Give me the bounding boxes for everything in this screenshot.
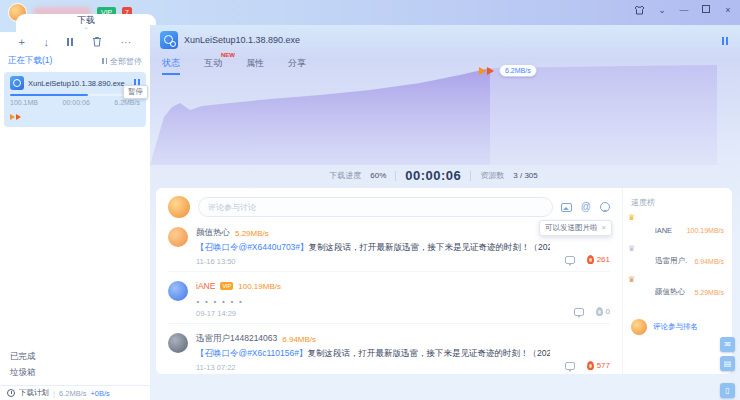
task-elapsed: 00:00:06: [63, 99, 90, 106]
leaderboard-entry[interactable]: ♛ 迅雷用户… 6.94MB/s: [631, 252, 724, 270]
comment-input[interactable]: [198, 197, 553, 217]
comment-item: iANE VIP 100.19MB/s 。。。。。。 09-17 14:29 0: [168, 272, 610, 324]
commenter-speed: 5.29MB/s: [235, 229, 269, 238]
comment-input-row: @ 可以发送图片啦 ×: [168, 196, 610, 218]
leaderboard-entry[interactable]: ♛ 颜值热心 5.29MB/s: [631, 283, 724, 301]
pause-tooltip: 暂停: [123, 85, 148, 99]
progress-value: 60%: [370, 171, 386, 180]
commenter-name[interactable]: 颜值热心: [196, 227, 230, 239]
like-button[interactable]: 0: [596, 307, 610, 316]
download-stats: 下载进度 60% 00:00:06 资源数 3 / 305: [150, 168, 717, 183]
status-delta: +0B/s: [90, 389, 109, 398]
flame-icon: [587, 255, 594, 264]
task-speed: 6.2MB/s: [114, 99, 140, 106]
more-options-icon[interactable]: ···: [120, 37, 131, 48]
task-progress-bar: [10, 94, 140, 96]
commenter-name[interactable]: iANE: [196, 281, 215, 291]
chart-area-downloaded: [150, 68, 490, 165]
comment-text: 【召唤口令@#X6440u703#】复制这段话，打开最新版迅雷，接下来是见证奇迹…: [196, 242, 550, 253]
commenter-avatar[interactable]: [168, 281, 188, 301]
gift-float-button[interactable]: ▤: [720, 356, 735, 371]
file-icon: [10, 76, 24, 90]
leaderboard-entry[interactable]: ♛ iANE 100.19MB/s: [631, 221, 724, 239]
detail-file-icon: [160, 31, 178, 49]
marker-speed-label: 6.2MB/s: [499, 64, 537, 77]
comment-text: 【召唤口令@#X6c110156#】复制这段话，打开最新版迅雷，接下来是见证奇迹…: [196, 348, 550, 359]
flame-icon: [596, 307, 603, 316]
join-ranking-link[interactable]: 评论参与排名: [653, 322, 698, 332]
detail-header: XunLeiSetup10.1.38.890.exe: [150, 25, 740, 49]
task-filename: XunLeiSetup10.1.38.890.exe: [28, 79, 130, 88]
new-badge: NEW: [221, 52, 235, 58]
comment-item: 迅雷用户1448214063 6.94MB/s 【召唤口令@#X6c110156…: [168, 324, 610, 374]
reply-icon[interactable]: [574, 308, 584, 316]
window-controls: ⌄ — ×: [634, 3, 734, 17]
comment-input-icons: @: [561, 201, 610, 213]
marker-arrow-icon: [487, 67, 494, 75]
comments-card: @ 可以发送图片啦 × 颜值热心 5.29MB/s: [156, 188, 732, 374]
my-avatar: [168, 196, 190, 218]
marker-arrow-icon: [479, 67, 486, 75]
like-button[interactable]: 261: [587, 255, 610, 264]
status-bar: 下载计划 | 6.2MB/s +0B/s: [0, 385, 150, 400]
image-icon[interactable]: [561, 203, 572, 212]
join-ranking-row: 评论参与排名: [631, 319, 724, 335]
minimize-button[interactable]: —: [678, 3, 690, 17]
tooltip-close-icon[interactable]: ×: [602, 223, 606, 233]
comment-text: 。。。。。。: [196, 294, 550, 305]
status-label[interactable]: 下载计划: [19, 388, 49, 398]
emoji-icon[interactable]: [600, 202, 610, 212]
flame-icon: [587, 361, 594, 370]
gold-crown-icon: ♛: [628, 214, 635, 222]
commenter-avatar[interactable]: [168, 333, 188, 353]
mobile-float-button[interactable]: ▯: [720, 383, 735, 398]
sidebar-item-trash[interactable]: 垃圾箱: [10, 367, 36, 379]
like-button[interactable]: 577: [587, 361, 610, 370]
downloading-section-header: 正在下载(1) 全部暂停: [0, 53, 150, 70]
maximize-button[interactable]: [700, 3, 712, 17]
task-detail-panel: XunLeiSetup10.1.38.890.exe 状态 互动 NEW 属性 …: [150, 25, 740, 400]
sidebar-item-completed[interactable]: 已完成: [10, 351, 36, 363]
chevron-down-icon: ⌄: [83, 25, 88, 30]
start-task-icon[interactable]: ↓: [43, 37, 49, 48]
task-size: 100.1MB: [10, 99, 38, 106]
resources-label: 资源数: [480, 170, 504, 181]
image-feature-tooltip: 可以发送图片啦 ×: [539, 220, 612, 236]
pause-all-button[interactable]: 全部暂停: [102, 56, 142, 67]
elapsed-time: 00:00:06: [405, 168, 461, 183]
status-speed: 6.2MB/s: [59, 389, 87, 398]
comment-time: 11-16 13:50: [196, 257, 550, 266]
reply-icon[interactable]: [565, 256, 575, 264]
commenter-avatar[interactable]: [168, 227, 188, 247]
resources-value: 3 / 305: [513, 171, 537, 180]
add-task-icon[interactable]: +: [19, 37, 25, 48]
download-list-panel: + ↓ ··· 正在下载(1) 全部暂停 XunLeiSetup10.1.38.…: [0, 32, 150, 400]
downloading-count-label[interactable]: 正在下载(1): [8, 55, 52, 67]
task-toolbar: + ↓ ···: [0, 32, 150, 53]
mention-icon[interactable]: @: [581, 201, 591, 213]
schedule-icon[interactable]: [7, 389, 15, 397]
bronze-crown-icon: ♛: [628, 276, 635, 284]
comments-area: @ 可以发送图片啦 × 颜值热心 5.29MB/s: [156, 188, 622, 374]
detail-filename: XunLeiSetup10.1.38.890.exe: [184, 35, 300, 45]
detail-pause-icon[interactable]: [722, 31, 728, 49]
chart-area-projected: [490, 65, 717, 165]
silver-crown-icon: ♛: [628, 245, 635, 253]
app-window: VIP 7 ⌄ — × 下载 ⌄ + ↓ ··· 正在下载(1): [0, 0, 740, 400]
tab-download[interactable]: 下载 ⌄: [16, 14, 156, 32]
like-count: 577: [597, 361, 610, 370]
speed-boost-icon: [10, 114, 22, 120]
collapse-icon[interactable]: ⌄: [656, 3, 668, 17]
commenter-speed: 100.19MB/s: [238, 282, 281, 291]
pause-task-icon[interactable]: [67, 37, 73, 48]
reply-icon[interactable]: [565, 362, 575, 370]
commenter-name[interactable]: 迅雷用户1448214063: [196, 333, 277, 345]
vip-badge: VIP: [220, 282, 233, 290]
download-task-item[interactable]: XunLeiSetup10.1.38.890.exe 100.1MB 00:00…: [4, 72, 146, 127]
speed-leaderboard: 速度榜 ♛ iANE 100.19MB/s ♛ 迅雷用户… 6.94MB/: [622, 188, 732, 374]
skin-icon[interactable]: [634, 5, 646, 15]
delete-task-icon[interactable]: [92, 36, 102, 49]
leaderboard-title: 速度榜: [631, 197, 724, 208]
close-button[interactable]: ×: [722, 3, 734, 17]
message-float-button[interactable]: ✉: [720, 337, 735, 352]
